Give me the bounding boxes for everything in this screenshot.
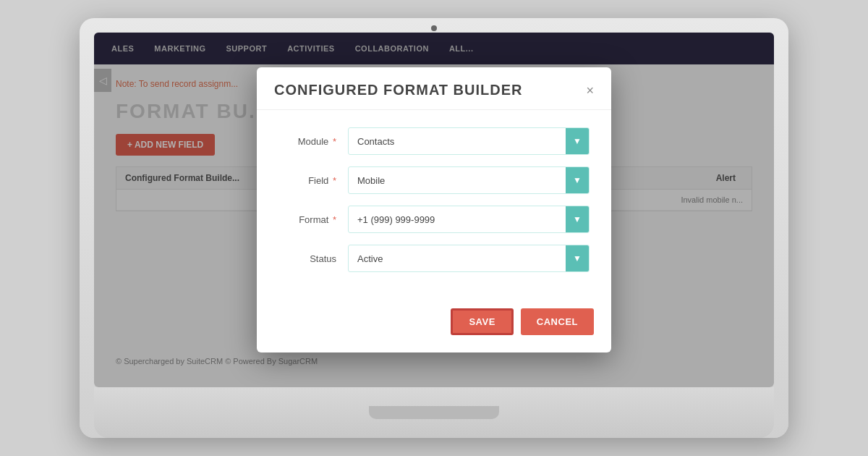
module-dropdown-button[interactable]: ▼ [566,128,589,154]
field-label: Field * [278,175,336,186]
field-input[interactable] [349,169,566,192]
status-label: Status [278,253,336,264]
status-row: Status ▼ [278,245,590,272]
chevron-down-icon: ▼ [573,136,582,146]
format-row: Format * ▼ [278,206,590,233]
format-dropdown-button[interactable]: ▼ [566,206,589,232]
configured-format-builder-modal: CONFIGURED FORMAT BUILDER × Module * [257,67,611,352]
chevron-down-icon: ▼ [573,214,582,224]
status-dropdown-button[interactable]: ▼ [566,245,589,271]
cancel-button[interactable]: CANCEL [521,308,594,335]
field-dropdown-button[interactable]: ▼ [566,167,589,193]
modal-body: Module * ▼ [257,110,611,301]
laptop-base [94,387,774,438]
format-input[interactable] [349,208,566,231]
status-input[interactable] [349,248,566,270]
format-select-wrapper[interactable]: ▼ [348,206,590,233]
save-button[interactable]: SAVE [451,308,513,335]
modal-title: CONFIGURED FORMAT BUILDER [274,82,523,98]
field-select-wrapper[interactable]: ▼ [348,166,590,194]
modal-close-button[interactable]: × [586,84,594,97]
chevron-down-icon: ▼ [573,175,582,185]
module-label: Module * [278,136,336,147]
status-select-wrapper[interactable]: ▼ [348,245,590,272]
modal-header: CONFIGURED FORMAT BUILDER × [257,67,611,110]
format-required-indicator: * [333,214,336,225]
module-required-indicator: * [333,136,336,147]
module-select-wrapper[interactable]: ▼ [348,127,590,155]
module-input[interactable] [349,130,566,153]
modal-overlay: CONFIGURED FORMAT BUILDER × Module * [94,33,774,387]
modal-footer: SAVE CANCEL [257,301,611,352]
laptop-base-notch [369,406,499,419]
module-row: Module * ▼ [278,127,590,155]
field-required-indicator: * [333,175,336,186]
camera-icon [431,25,437,31]
chevron-down-icon: ▼ [573,253,582,263]
field-row: Field * ▼ [278,166,590,194]
format-label: Format * [278,214,336,225]
